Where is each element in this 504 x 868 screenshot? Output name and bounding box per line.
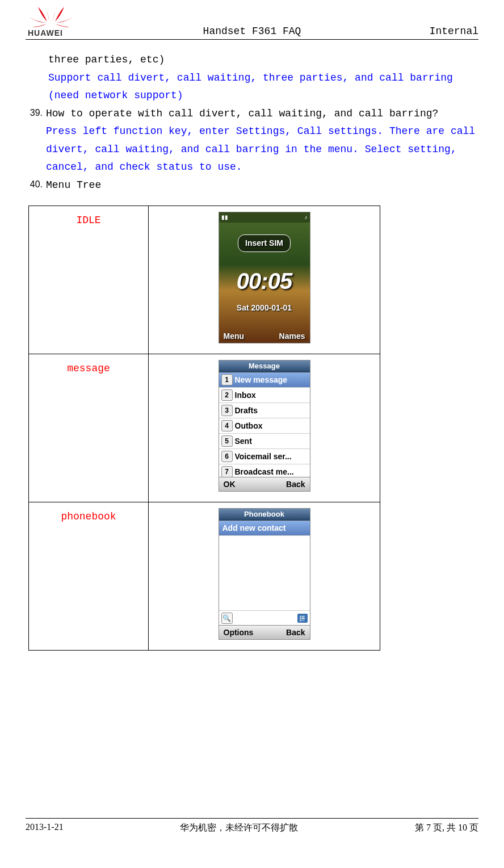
list-item: 1New message	[219, 372, 310, 388]
answer-text: Press left function key, enter Settings,…	[46, 123, 478, 177]
huawei-logo: HUAWEI	[26, 6, 77, 37]
screen-title: Phonebook	[219, 509, 310, 521]
faq-item-39: 39. How to operate with call divert, cal…	[26, 105, 478, 177]
phone-message-screen: Message 1New message2Inbox3Drafts4Outbox…	[219, 360, 310, 492]
header-title: Handset F361 FAQ	[77, 26, 393, 37]
music-icon: ♪	[305, 212, 308, 223]
screenshot-cell: Message 1New message2Inbox3Drafts4Outbox…	[149, 354, 380, 502]
screen-title: Message	[219, 360, 310, 372]
table-row: phonebook Phonebook Add new contact 🔍 拼 …	[29, 502, 380, 651]
footer-confidential: 华为机密，未经许可不得扩散	[180, 822, 298, 834]
page-content: three parties, etc) Support call divert,…	[26, 40, 478, 651]
search-icon: 🔍	[221, 613, 233, 624]
list-item-label: Outbox	[235, 419, 310, 433]
softkey-left: Menu	[224, 329, 245, 343]
list-item: 3Drafts	[219, 403, 310, 418]
document-page: HUAWEI Handset F361 FAQ Internal three p…	[0, 0, 504, 868]
table-row: IDLE ▮▮ ♪ Insert SIM 00:05 Sat 2000-01-0…	[29, 206, 380, 354]
list-item: 2Inbox	[219, 388, 310, 403]
clock-date: Sat 2000-01-01	[219, 301, 310, 315]
list-item-number: 2	[221, 389, 233, 401]
list-item-label: Inbox	[235, 388, 310, 402]
list-item: Add new contact	[219, 521, 310, 536]
phone-phonebook-screen: Phonebook Add new contact 🔍 拼 Options Ba…	[219, 508, 310, 640]
table-row: message Message 1New message2Inbox3Draft…	[29, 354, 380, 502]
footer-date: 2013-1-21	[26, 822, 64, 834]
list-item-label: Sent	[235, 434, 310, 448]
menu-tree-table: IDLE ▮▮ ♪ Insert SIM 00:05 Sat 2000-01-0…	[28, 206, 380, 651]
header-classification: Internal	[393, 26, 478, 37]
status-bar: ▮▮ ♪	[219, 212, 310, 223]
list-number: 40.	[26, 177, 46, 195]
svg-text:HUAWEI: HUAWEI	[28, 28, 63, 37]
list-item-number: 1	[221, 374, 233, 385]
continuation-text: three parties, etc)	[48, 51, 478, 69]
menu-label: IDLE	[29, 206, 149, 354]
list-item-number: 3	[221, 405, 233, 416]
faq-item-40: 40. Menu Tree	[26, 177, 478, 195]
phone-idle-screen: ▮▮ ♪ Insert SIM 00:05 Sat 2000-01-01 Men…	[219, 212, 310, 343]
screenshot-cell: Phonebook Add new contact 🔍 拼 Options Ba…	[149, 502, 380, 651]
screenshot-cell: ▮▮ ♪ Insert SIM 00:05 Sat 2000-01-01 Men…	[149, 206, 380, 354]
list-item-label: Drafts	[235, 404, 310, 418]
list-number: 39.	[26, 105, 46, 177]
signal-icon: ▮▮	[221, 212, 228, 223]
list-item-number: 6	[221, 451, 233, 462]
softkey-right: Back	[286, 626, 305, 640]
list-item-label: Add new contact	[219, 521, 310, 535]
list-item-number: 4	[221, 420, 233, 431]
sim-text: Insert SIM	[238, 234, 291, 252]
answer-text: Support call divert, call waiting, three…	[48, 69, 478, 105]
softkey-right: Back	[286, 477, 305, 492]
clock-time: 00:05	[219, 261, 310, 301]
footer-page-number: 第 7 页, 共 10 页	[415, 822, 478, 834]
list-item-label: New message	[235, 373, 310, 387]
page-footer: 2013-1-21 华为机密，未经许可不得扩散 第 7 页, 共 10 页	[26, 818, 478, 834]
list-item-number: 7	[221, 466, 233, 477]
input-mode-badge: 拼	[297, 614, 308, 623]
softkey-right: Names	[279, 329, 305, 343]
question-text: How to operate with call divert, call wa…	[46, 105, 478, 123]
question-text: Menu Tree	[46, 177, 478, 195]
list-item-label: Voicemail ser...	[235, 450, 310, 464]
list-item: 6Voicemail ser...	[219, 449, 310, 464]
softkey-left: Options	[224, 626, 254, 640]
softkey-bar: OK Back	[219, 477, 310, 491]
menu-label: phonebook	[29, 502, 149, 651]
page-header: HUAWEI Handset F361 FAQ Internal	[26, 0, 478, 40]
softkey-left: OK	[224, 477, 236, 492]
search-bar: 🔍 拼	[219, 610, 310, 626]
list-item-number: 5	[221, 435, 233, 447]
softkey-bar: Options Back	[219, 625, 310, 639]
menu-label: message	[29, 354, 149, 502]
list-item: 5Sent	[219, 434, 310, 449]
sim-banner: Insert SIM	[219, 234, 310, 252]
softkey-bar: Menu Names	[219, 329, 310, 343]
list-item: 4Outbox	[219, 418, 310, 434]
